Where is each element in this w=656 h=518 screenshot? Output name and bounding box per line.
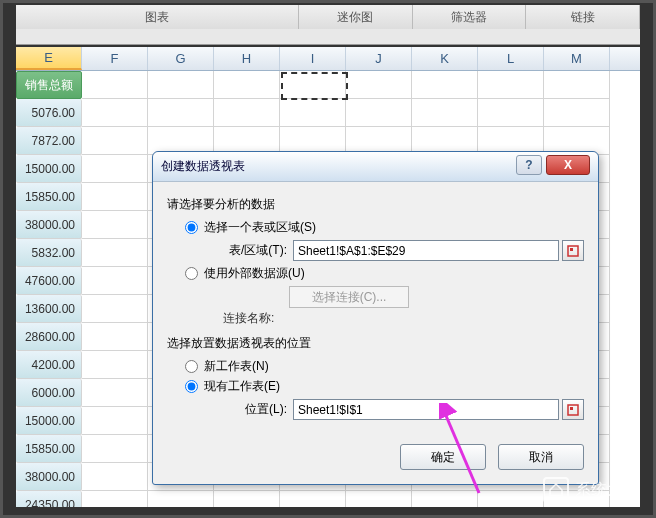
header-sales-total[interactable]: 销售总额 (16, 71, 82, 99)
radio-external-input[interactable] (185, 267, 198, 280)
ribbon-group-sparklines[interactable]: 迷你图 (299, 5, 413, 29)
location-selector-button[interactable] (562, 399, 584, 420)
data-cell[interactable]: 15000.00 (16, 407, 82, 435)
dialog-titlebar[interactable]: 创建数据透视表 ? X (153, 152, 598, 182)
col-header-h[interactable]: H (214, 47, 280, 70)
input-location[interactable] (293, 399, 559, 420)
col-header-e[interactable]: E (16, 47, 82, 70)
radio-select-table[interactable]: 选择一个表或区域(S) (185, 219, 584, 236)
col-header-f[interactable]: F (82, 47, 148, 70)
col-header-g[interactable]: G (148, 47, 214, 70)
label-table-range: 表/区域(T): (203, 242, 287, 259)
ribbon-group-links[interactable]: 链接 (526, 5, 640, 29)
data-cell[interactable]: 38000.00 (16, 211, 82, 239)
data-cell[interactable]: 7872.00 (16, 127, 82, 155)
range-selector-icon (567, 245, 579, 257)
range-selector-icon (567, 404, 579, 416)
col-header-j[interactable]: J (346, 47, 412, 70)
data-cell[interactable]: 13600.00 (16, 295, 82, 323)
data-cell[interactable]: 4200.00 (16, 351, 82, 379)
data-cell[interactable]: 15000.00 (16, 155, 82, 183)
watermark-text: 系统之家 (575, 480, 639, 501)
data-cell[interactable]: 47600.00 (16, 267, 82, 295)
radio-new-worksheet[interactable]: 新工作表(N) (185, 358, 584, 375)
ribbon-group-filters[interactable]: 筛选器 (413, 5, 527, 29)
ribbon: 图表 迷你图 筛选器 链接 (16, 5, 640, 45)
connection-name-label: 连接名称: (223, 310, 584, 327)
svg-rect-3 (570, 407, 573, 410)
col-header-m[interactable]: M (544, 47, 610, 70)
data-cell[interactable]: 6000.00 (16, 379, 82, 407)
label-location: 位置(L): (203, 401, 287, 418)
radio-existing-input[interactable] (185, 380, 198, 393)
range-selector-button[interactable] (562, 240, 584, 261)
column-headers: E F G H I J K L M (16, 47, 640, 71)
col-header-k[interactable]: K (412, 47, 478, 70)
radio-select-table-input[interactable] (185, 221, 198, 234)
radio-existing-worksheet[interactable]: 现有工作表(E) (185, 378, 584, 395)
data-cell[interactable]: 5076.00 (16, 99, 82, 127)
section-placement: 选择放置数据透视表的位置 (167, 335, 584, 352)
cancel-button[interactable]: 取消 (498, 444, 584, 470)
data-cell[interactable]: 15850.00 (16, 435, 82, 463)
choose-connection-button: 选择连接(C)... (289, 286, 409, 308)
create-pivottable-dialog: 创建数据透视表 ? X 请选择要分析的数据 选择一个表或区域(S) 表/区域(T… (152, 151, 599, 485)
ok-button[interactable]: 确定 (400, 444, 486, 470)
watermark: 系统之家 (543, 477, 639, 503)
col-header-l[interactable]: L (478, 47, 544, 70)
data-cell[interactable]: 28600.00 (16, 323, 82, 351)
ribbon-group-charts[interactable]: 图表 (16, 5, 299, 29)
data-cell[interactable]: 5832.00 (16, 239, 82, 267)
dialog-close-button[interactable]: X (546, 155, 590, 175)
data-cell[interactable]: 24350.00 (16, 491, 82, 507)
section-choose-data: 请选择要分析的数据 (167, 196, 584, 213)
watermark-logo-icon (543, 477, 569, 503)
dialog-help-button[interactable]: ? (516, 155, 542, 175)
data-cell[interactable]: 15850.00 (16, 183, 82, 211)
radio-external-source[interactable]: 使用外部数据源(U) (185, 265, 584, 282)
svg-rect-1 (570, 248, 573, 251)
input-table-range[interactable] (293, 240, 559, 261)
dialog-title-text: 创建数据透视表 (161, 158, 245, 175)
radio-new-input[interactable] (185, 360, 198, 373)
data-cell[interactable]: 38000.00 (16, 463, 82, 491)
col-header-i[interactable]: I (280, 47, 346, 70)
